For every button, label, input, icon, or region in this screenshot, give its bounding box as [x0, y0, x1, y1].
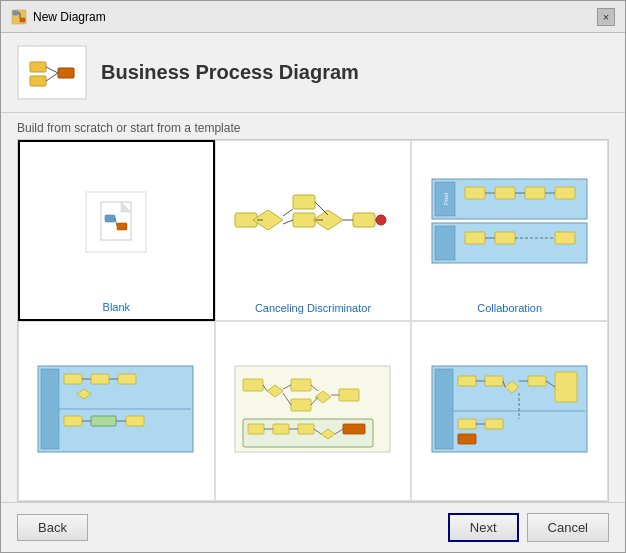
svg-rect-1 [13, 11, 18, 15]
template5-preview [220, 328, 407, 491]
svg-rect-91 [528, 376, 546, 386]
diagram-thumbnail [17, 45, 87, 100]
svg-rect-100 [458, 434, 476, 444]
svg-rect-37 [555, 187, 575, 199]
svg-line-24 [283, 209, 293, 216]
svg-rect-68 [339, 389, 359, 401]
svg-point-29 [376, 215, 386, 225]
svg-rect-51 [64, 374, 82, 384]
template-5[interactable] [215, 321, 412, 502]
svg-rect-56 [91, 416, 116, 426]
collaboration-label: Collaboration [477, 302, 542, 314]
svg-rect-52 [91, 374, 109, 384]
svg-rect-20 [293, 195, 315, 209]
footer: Back Next Cancel [1, 502, 625, 552]
close-button[interactable]: × [597, 8, 615, 26]
svg-rect-43 [465, 232, 485, 244]
canceling-discriminator-label: Canceling Discriminator [255, 302, 371, 314]
title-bar-left: New Diagram [11, 9, 106, 25]
cancel-button[interactable]: Cancel [527, 513, 609, 542]
template-canceling-discriminator[interactable]: Canceling Discriminator [215, 140, 412, 321]
svg-rect-86 [435, 369, 453, 449]
svg-rect-66 [291, 399, 311, 411]
canceling-discriminator-preview [220, 147, 407, 298]
template6-preview [416, 328, 603, 491]
back-button[interactable]: Back [17, 514, 88, 541]
svg-rect-44 [495, 232, 515, 244]
svg-line-25 [283, 220, 293, 224]
template-6[interactable] [411, 321, 608, 502]
template-collaboration[interactable]: Pool [411, 140, 608, 321]
svg-rect-93 [458, 419, 476, 429]
template-grid: Blank [18, 140, 608, 501]
svg-rect-57 [126, 416, 144, 426]
svg-rect-6 [30, 62, 46, 72]
footer-right: Next Cancel [448, 513, 609, 542]
title-bar: New Diagram × [1, 1, 625, 33]
diagram-type-title: Business Process Diagram [101, 61, 359, 84]
svg-rect-70 [248, 424, 264, 434]
blank-preview [24, 148, 209, 297]
svg-rect-19 [293, 213, 315, 227]
svg-rect-34 [465, 187, 485, 199]
svg-rect-55 [64, 416, 82, 426]
svg-rect-8 [58, 68, 74, 78]
svg-rect-94 [485, 419, 503, 429]
svg-rect-74 [343, 424, 365, 434]
svg-line-26 [315, 202, 328, 215]
svg-rect-7 [30, 76, 46, 86]
blank-label: Blank [103, 301, 131, 313]
svg-rect-14 [105, 215, 115, 222]
title-text: New Diagram [33, 10, 106, 24]
template-blank[interactable]: Blank [18, 140, 215, 321]
collaboration-preview: Pool [416, 147, 603, 298]
svg-rect-92 [555, 372, 577, 402]
template4-preview [23, 328, 210, 491]
svg-rect-72 [298, 424, 314, 434]
svg-rect-53 [118, 374, 136, 384]
svg-rect-22 [353, 213, 375, 227]
svg-rect-36 [525, 187, 545, 199]
subtitle: Build from scratch or start from a templ… [1, 113, 625, 139]
svg-rect-45 [555, 232, 575, 244]
template-4[interactable] [18, 321, 215, 502]
header-section: Business Process Diagram [1, 33, 625, 113]
svg-rect-71 [273, 424, 289, 434]
svg-rect-89 [485, 376, 503, 386]
svg-rect-15 [117, 223, 127, 230]
svg-text:Pool: Pool [443, 193, 449, 205]
svg-rect-63 [243, 379, 263, 391]
svg-rect-65 [291, 379, 311, 391]
svg-rect-88 [458, 376, 476, 386]
svg-rect-2 [20, 18, 25, 22]
dialog-icon [11, 9, 27, 25]
next-button[interactable]: Next [448, 513, 519, 542]
svg-rect-35 [495, 187, 515, 199]
new-diagram-dialog: New Diagram × Business Process Diagram B… [0, 0, 626, 553]
svg-rect-49 [41, 369, 59, 449]
template-grid-area: Blank [17, 139, 609, 502]
svg-rect-42 [435, 226, 455, 260]
